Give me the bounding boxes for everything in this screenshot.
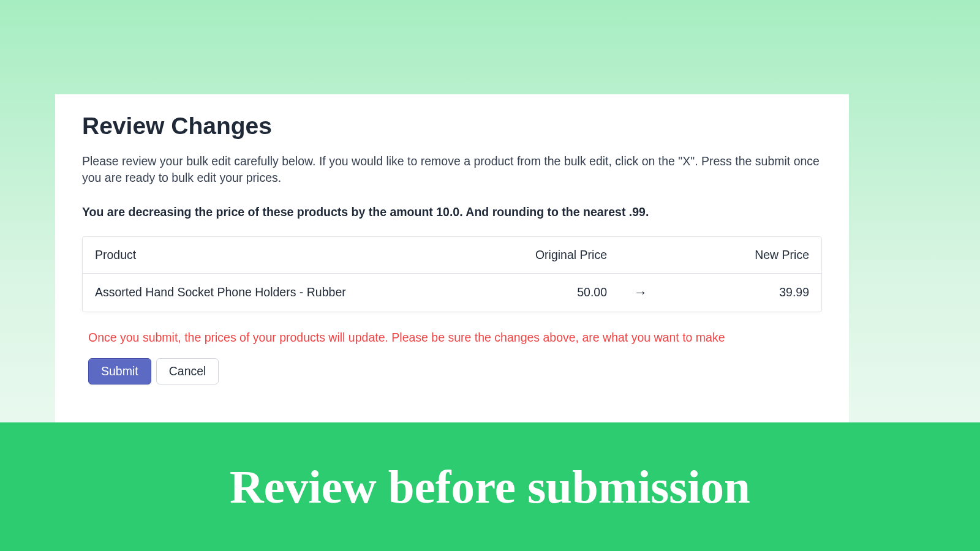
change-summary: You are decreasing the price of these pr… [82,205,822,219]
cancel-button[interactable]: Cancel [156,358,219,384]
action-bar: Submit Cancel [82,358,822,384]
instructions-text: Please review your bulk edit carefully b… [82,153,822,187]
cell-new-price: 39.99 [674,285,809,299]
warning-text: Once you submit, the prices of your prod… [82,331,822,345]
review-card: Review Changes Please review your bulk e… [55,94,849,431]
table-row: Assorted Hand Socket Phone Holders - Rub… [83,274,821,312]
arrow-icon: → [607,285,674,301]
cell-original-price: 50.00 [472,285,607,299]
page-title: Review Changes [82,113,822,140]
banner-caption: Review before submission [230,460,750,514]
col-header-new: New Price [674,248,809,262]
col-header-product: Product [95,248,472,262]
cell-product: Assorted Hand Socket Phone Holders - Rub… [95,285,472,299]
review-table: Product Original Price New Price Assorte… [82,236,822,312]
col-header-original: Original Price [472,248,607,262]
table-header: Product Original Price New Price [83,237,821,274]
promo-banner: Review before submission [0,422,980,551]
submit-button[interactable]: Submit [88,358,151,384]
